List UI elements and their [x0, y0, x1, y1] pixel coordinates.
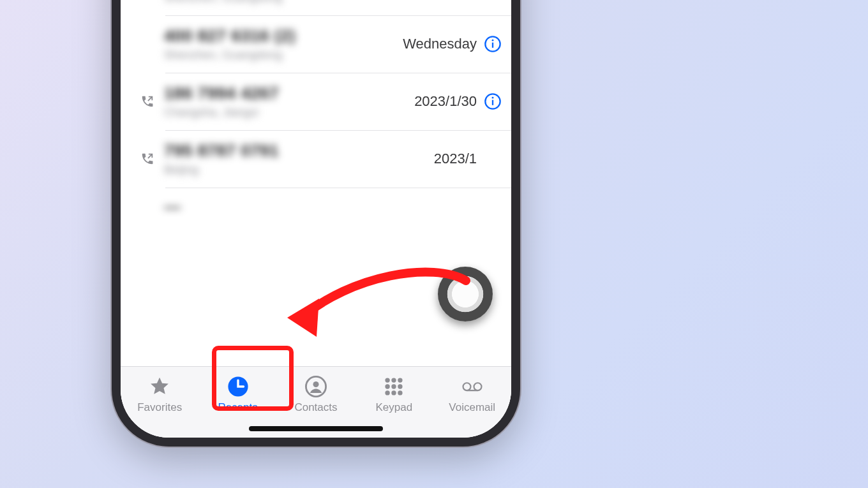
star-icon: [149, 376, 170, 397]
tab-label: Keypad: [376, 401, 413, 414]
tab-recents[interactable]: Recents: [203, 376, 273, 414]
outgoing-call-icon: [135, 94, 160, 108]
phone-frame: 158 0421 9881 Shenzhen, Guangdong Thursd…: [112, 0, 520, 447]
tab-contacts[interactable]: Contacts: [281, 376, 351, 414]
call-location: Beijing: [164, 163, 434, 177]
svg-point-14: [492, 97, 494, 99]
svg-point-24: [385, 390, 390, 395]
tab-bar: Favorites Recents Contacts: [121, 366, 511, 438]
call-location: Changsha, Jiangxi: [164, 106, 414, 119]
svg-point-28: [474, 383, 481, 390]
svg-point-17: [313, 381, 318, 387]
call-row[interactable]: 400 827 6316 (2) Shenzhen, Guangdong Wed…: [121, 15, 511, 73]
tab-label: Voicemail: [449, 401, 495, 414]
call-row[interactable]: 795 8787 0791 Beijing 2023/1: [121, 130, 511, 188]
call-location: Shenzhen, Guangdong: [164, 0, 418, 4]
call-entry: —: [160, 197, 502, 217]
svg-point-26: [398, 390, 403, 395]
svg-point-25: [392, 390, 396, 395]
svg-point-18: [385, 378, 390, 382]
tab-label: Contacts: [294, 401, 337, 414]
call-entry: 158 0421 9881 Shenzhen, Guangdong: [160, 0, 418, 4]
call-row[interactable]: 186 7994 4267 Changsha, Jiangxi 2023/1/3…: [121, 73, 511, 130]
tab-keypad[interactable]: Keypad: [359, 376, 429, 414]
svg-point-20: [398, 378, 403, 382]
clock-icon: [227, 376, 249, 397]
tab-favorites[interactable]: Favorites: [124, 376, 195, 414]
call-location: Shenzhen, Guangdong: [164, 48, 403, 62]
call-time: 2023/1/30: [414, 93, 477, 110]
call-name: 795 8787 0791: [164, 141, 434, 161]
voicemail-icon: [461, 376, 483, 397]
call-entry: 186 7994 4267 Changsha, Jiangxi: [160, 84, 414, 119]
call-time: Wednesday: [403, 36, 477, 52]
tab-label: Recents: [218, 401, 257, 414]
assistive-touch-button[interactable]: [438, 267, 493, 322]
call-time: 2023/1: [434, 151, 477, 167]
call-row[interactable]: 158 0421 9881 Shenzhen, Guangdong Thursd…: [121, 0, 511, 15]
tab-voicemail[interactable]: Voicemail: [437, 376, 507, 414]
keypad-icon: [383, 376, 405, 397]
phone-screen: 158 0421 9881 Shenzhen, Guangdong Thursd…: [121, 0, 511, 438]
tab-label: Favorites: [137, 401, 182, 414]
call-name: —: [164, 197, 502, 217]
call-row[interactable]: —: [121, 188, 511, 226]
home-indicator[interactable]: [249, 426, 383, 431]
svg-point-22: [392, 384, 396, 388]
info-icon[interactable]: [483, 34, 502, 54]
person-icon: [305, 376, 327, 397]
svg-point-27: [463, 383, 470, 390]
call-name: 186 7994 4267: [164, 84, 414, 103]
info-icon[interactable]: [483, 92, 502, 111]
call-entry: 795 8787 0791 Beijing: [160, 141, 434, 177]
outgoing-call-icon: [135, 152, 160, 166]
call-name: 400 827 6316 (2): [164, 26, 403, 46]
svg-point-19: [392, 378, 396, 382]
svg-point-21: [385, 384, 390, 388]
call-entry: 400 827 6316 (2) Shenzhen, Guangdong: [160, 26, 403, 62]
svg-point-23: [398, 384, 403, 388]
svg-point-11: [492, 40, 494, 41]
